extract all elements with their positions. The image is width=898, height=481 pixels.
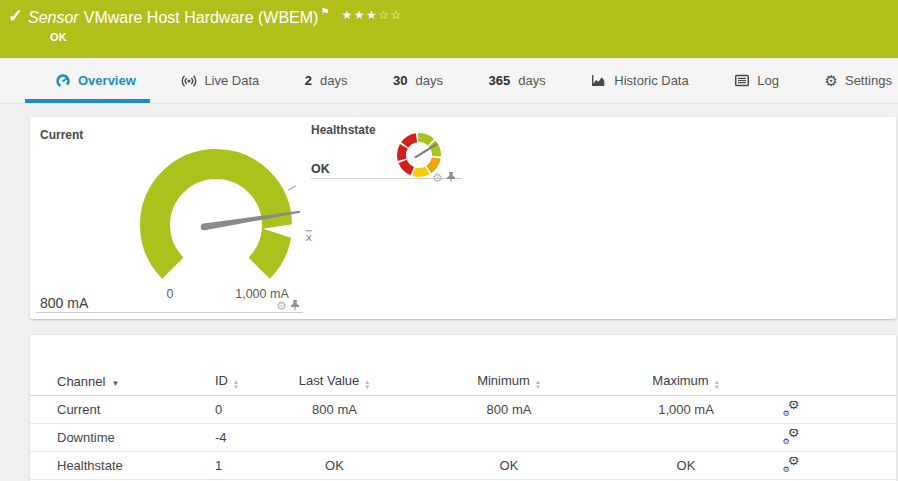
tab-label: Settings [845,73,892,88]
flag-icon: ⚑ [320,6,329,17]
channel-settings-gear-icon[interactable]: ⚙ [276,300,287,312]
current-gauge-title: Current [40,128,83,142]
channel-name: Healthstate [30,458,215,473]
sort-icon: ▲▼ [714,380,720,390]
stars-filled: ★★★ [341,8,378,22]
channel-name: Current [30,402,215,417]
column-header-maximum[interactable]: Maximum▲▼ [626,373,746,390]
channel-last-value: 800 mA [277,402,392,417]
current-block-divider [36,312,303,313]
channel-id: -4 [215,430,277,445]
column-header-last-value[interactable]: Last Value▲▼ [277,373,392,390]
channel-minimum: OK [392,458,626,473]
sort-icon: ▲▼ [233,380,239,390]
sensor-title: VMware Host Hardware (WBEM) [84,9,319,26]
priority-stars[interactable]: ★★★☆☆ [341,8,402,22]
pin-chart-icon[interactable] [446,169,456,187]
column-header-label: Last Value [299,373,359,388]
column-header-id[interactable]: ID▲▼ [215,373,277,390]
channels-table: Channel▼ ID▲▼ Last Value▲▼ Minimum▲▼ Max… [30,335,896,480]
active-tab-underline [25,99,150,103]
tab-live-data[interactable]: Live Data [181,58,259,103]
tab-bar: Overview Live Data 2 days 30 days [0,58,898,104]
channels-panel: Channel▼ ID▲▼ Last Value▲▼ Minimum▲▼ Max… [30,335,896,481]
healthstate-gauge-value: OK [311,162,330,176]
channel-name: Downtime [30,430,215,445]
current-gauge-actions: ⚙ [276,297,300,315]
channel-id: 0 [215,402,277,417]
tab-log[interactable]: Log [734,58,779,103]
table-row-downtime: Downtime -4 ⚙⚙ [30,424,896,452]
column-header-label: Minimum [477,373,530,388]
channel-last-value: OK [277,458,392,473]
table-header-row: Channel▼ ID▲▼ Last Value▲▼ Minimum▲▼ Max… [30,367,896,396]
current-gauge-peak-tick [288,186,296,190]
pin-chart-icon[interactable] [290,297,300,315]
tab-label: Live Data [204,73,259,88]
gauge-icon [55,73,71,89]
channel-id: 1 [215,458,277,473]
tab-label: Historic Data [614,73,688,88]
tab-label: Log [757,73,779,88]
broadcast-icon [181,73,197,89]
prtg-sensor-page: ✓ SensorVMware Host Hardware (WBEM)⚑★★★☆… [0,0,898,481]
edit-channel-gears-icon[interactable]: ⚙⚙ [783,457,800,472]
sort-icon: ▲▼ [535,380,541,390]
tab-label: Overview [78,73,136,88]
channel-maximum: OK [626,458,746,473]
column-header-label: Channel [57,374,105,389]
column-header-label: ID [215,373,228,388]
channel-maximum: 1,000 mA [626,402,746,417]
tab-365-days[interactable]: 365 days [489,58,546,103]
tab-label: days [518,73,545,88]
column-header-channel[interactable]: Channel▼ [30,374,215,389]
sensor-title-row: SensorVMware Host Hardware (WBEM)⚑★★★☆☆ [28,6,403,27]
gauges-panel: Current x 0 1,000 mA 800 mA ⚙ [30,117,896,319]
sorted-desc-icon: ▼ [111,379,119,388]
stars-empty: ☆☆ [378,8,403,22]
tab-2-days[interactable]: 2 days [305,58,348,103]
current-gauge-avg-label: x [305,231,312,244]
tab-30-days[interactable]: 30 days [393,58,443,103]
edit-channel-gears-icon[interactable]: ⚙⚙ [783,401,800,416]
tab-label: days [320,73,347,88]
sensor-kind-label: Sensor [28,9,79,26]
table-row-current: Current 0 800 mA 800 mA 1,000 mA ⚙⚙ [30,396,896,424]
channel-settings-gear-icon[interactable]: ⚙ [432,172,443,184]
table-row-healthstate: Healthstate 1 OK OK OK ⚙⚙ [30,452,896,480]
tab-number: 365 [489,73,511,88]
healthstate-gauge-title: Healthstate [311,123,376,137]
column-header-label: Maximum [652,373,708,388]
area-chart-icon [591,73,607,88]
tab-number: 30 [393,73,407,88]
current-gauge-value: 800 mA [40,295,88,311]
tab-overview[interactable]: Overview [55,58,136,103]
tab-historic-data[interactable]: Historic Data [591,58,688,103]
tab-settings[interactable]: ⚙ Settings [825,58,892,103]
tab-number: 2 [305,73,312,88]
column-header-minimum[interactable]: Minimum▲▼ [392,373,626,390]
healthstate-gauge-actions: ⚙ [432,169,456,187]
current-gauge-scale-min: 0 [167,287,174,301]
status-badge: OK [50,31,67,43]
status-check-icon: ✓ [8,5,23,27]
edit-channel-gears-icon[interactable]: ⚙⚙ [783,429,800,444]
channel-minimum: 800 mA [392,402,626,417]
sensor-header: ✓ SensorVMware Host Hardware (WBEM)⚑★★★☆… [0,0,898,58]
sort-icon: ▲▼ [364,380,370,390]
gear-icon: ⚙ [825,73,838,88]
log-list-icon [734,73,750,88]
tab-label: days [416,73,443,88]
